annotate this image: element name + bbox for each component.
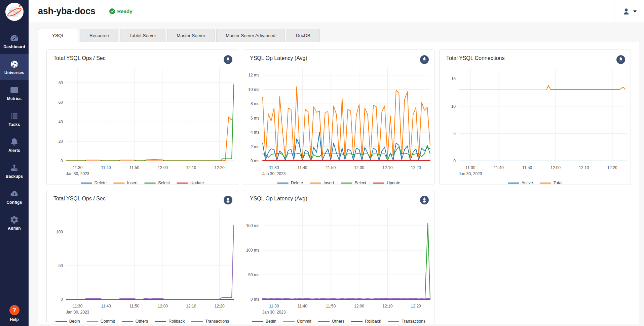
legend-item[interactable]: Transactions: [191, 319, 229, 323]
universe-title: ash-yba-docs: [38, 6, 95, 17]
sidebar-item-label: Dashboard: [3, 44, 25, 49]
legend-label: Others: [332, 319, 345, 323]
sidebar-item-universes[interactable]: Universes: [0, 54, 29, 80]
svg-text:50 ms: 50 ms: [248, 272, 259, 277]
svg-text:11:50: 11:50: [326, 165, 336, 170]
legend-swatch: [155, 321, 166, 322]
svg-text:12:20: 12:20: [411, 304, 421, 308]
legend-item[interactable]: Rollback: [351, 319, 381, 323]
legend-item[interactable]: Commit: [283, 319, 311, 323]
legend-swatch: [540, 183, 551, 184]
legend-item[interactable]: Insert: [310, 181, 334, 185]
legend-swatch: [373, 183, 384, 184]
chart-plot-area[interactable]: 11:3011:4011:5012:0012:1012:20050100Jan …: [47, 204, 238, 317]
tab-docdb[interactable]: DocDB: [287, 29, 320, 42]
sidebar-item-configs[interactable]: Configs: [0, 184, 29, 210]
chart-title: YSQL Op Latency (Avg): [250, 55, 307, 61]
sidebar-item-backups[interactable]: Backups: [0, 158, 29, 184]
legend-label: Begin: [266, 319, 276, 323]
sidebar-item-admin[interactable]: Admin: [0, 210, 29, 236]
svg-text:11:30: 11:30: [269, 165, 279, 170]
legend-label: Active: [522, 181, 533, 185]
legend-label: Begin: [69, 319, 80, 323]
sidebar-item-tasks[interactable]: Tasks: [0, 106, 29, 132]
svg-text:11:40: 11:40: [101, 165, 111, 170]
tab-label: Tablet Server: [129, 33, 156, 38]
prometheus-icon[interactable]: [420, 196, 429, 204]
legend-item[interactable]: Select: [144, 181, 170, 185]
top-header: ash-yba-docs Ready: [29, 0, 644, 23]
gear-icon: [10, 215, 19, 224]
svg-text:2 ms: 2 ms: [251, 144, 259, 149]
svg-text:12:10: 12:10: [382, 165, 392, 170]
sidebar-item-label: Backups: [6, 174, 23, 179]
legend-item[interactable]: Transactions: [388, 319, 425, 323]
legend-item[interactable]: Delete: [277, 181, 303, 185]
svg-text:20: 20: [59, 139, 63, 144]
chart-plot-area[interactable]: 11:3011:4011:5012:0012:1012:20051015Jan …: [440, 64, 631, 178]
svg-text:Jan 30, 2023: Jan 30, 2023: [459, 171, 482, 176]
empty-grid-cell: [439, 190, 631, 323]
tab-ysql[interactable]: YSQL: [38, 29, 78, 42]
legend-swatch: [341, 183, 352, 184]
chart-title: Total YSQL Ops / Sec: [53, 55, 106, 61]
prometheus-icon[interactable]: [420, 55, 429, 64]
legend-item[interactable]: Update: [373, 181, 400, 185]
legend-label: Rollback: [168, 319, 185, 323]
legend-label: Delete: [291, 181, 303, 185]
yugabyte-logo-icon[interactable]: [5, 3, 24, 21]
tab-tablet-server[interactable]: Tablet Server: [120, 29, 166, 42]
sidebar-item-help[interactable]: ? Help: [9, 305, 20, 322]
legend-item[interactable]: Insert: [113, 181, 138, 185]
chart-legend: BeginCommitOthersRollbackTransactions: [47, 317, 238, 323]
legend-label: Insert: [127, 181, 138, 185]
svg-text:6 ms: 6 ms: [251, 116, 259, 121]
sidebar-item-label: Admin: [8, 226, 21, 231]
legend-swatch: [351, 321, 363, 322]
chart-plot-area[interactable]: 11:3011:4011:5012:0012:1012:20020406080J…: [47, 64, 238, 178]
app-root: Dashboard Universes Metrics Tasks: [0, 0, 644, 326]
legend-item[interactable]: Active: [508, 181, 533, 185]
legend-item[interactable]: Delete: [81, 181, 107, 185]
tab-master-server-advanced[interactable]: Master Server Advanced: [216, 29, 285, 42]
legend-item[interactable]: Total: [540, 181, 562, 185]
chart-canvas: 11:3011:4011:5012:0012:1012:20051015Jan …: [440, 64, 631, 177]
prometheus-icon[interactable]: [224, 196, 232, 204]
chart-plot-area[interactable]: 11:3011:4011:5012:0012:1012:200 ms2 ms4 …: [243, 64, 434, 178]
prometheus-icon[interactable]: [616, 55, 625, 64]
tab-resource[interactable]: Resource: [80, 29, 118, 42]
legend-item[interactable]: Rollback: [155, 319, 185, 323]
prometheus-icon[interactable]: [224, 55, 232, 64]
sidebar-item-alerts[interactable]: Alerts: [0, 132, 29, 158]
legend-swatch: [388, 321, 399, 322]
svg-text:10: 10: [451, 104, 456, 109]
svg-text:4 ms: 4 ms: [251, 130, 259, 135]
svg-text:100: 100: [56, 230, 63, 234]
svg-text:12 ms: 12 ms: [248, 73, 259, 77]
check-circle-icon: [109, 8, 115, 14]
svg-text:11:40: 11:40: [298, 165, 307, 170]
legend-item[interactable]: Begin: [252, 319, 276, 323]
user-menu-button[interactable]: [614, 7, 644, 16]
chart-legend: DeleteInsertSelectUpdate: [243, 178, 434, 185]
svg-text:12:00: 12:00: [354, 165, 364, 170]
legend-item[interactable]: Commit: [87, 319, 115, 323]
chart-plot-area[interactable]: 11:3011:4011:5012:0012:1012:200 ms50 ms1…: [243, 204, 434, 317]
svg-text:0: 0: [61, 159, 63, 163]
legend-item[interactable]: Update: [177, 181, 204, 185]
legend-item[interactable]: Begin: [55, 319, 80, 323]
charts-grid: Total YSQL Ops / Sec 11:3011:4011:5012:0…: [38, 42, 639, 325]
cloud-up-icon: [10, 189, 19, 198]
legend-item[interactable]: Others: [318, 319, 345, 323]
chart-canvas: 11:3011:4011:5012:0012:1012:200 ms50 ms1…: [243, 204, 434, 316]
status-text: Ready: [117, 8, 132, 14]
sidebar-item-label: Tasks: [8, 122, 20, 127]
sidebar-item-metrics[interactable]: Metrics: [0, 80, 29, 106]
svg-text:0: 0: [61, 297, 63, 302]
legend-item[interactable]: Others: [122, 319, 148, 323]
tab-master-server[interactable]: Master Server: [167, 29, 215, 42]
chart-header: Total YSQL Connections: [440, 50, 631, 64]
legend-item[interactable]: Select: [341, 181, 366, 185]
sidebar-item-dashboard[interactable]: Dashboard: [0, 28, 29, 54]
chart-canvas: 11:3011:4011:5012:0012:1012:20050100Jan …: [47, 204, 238, 316]
